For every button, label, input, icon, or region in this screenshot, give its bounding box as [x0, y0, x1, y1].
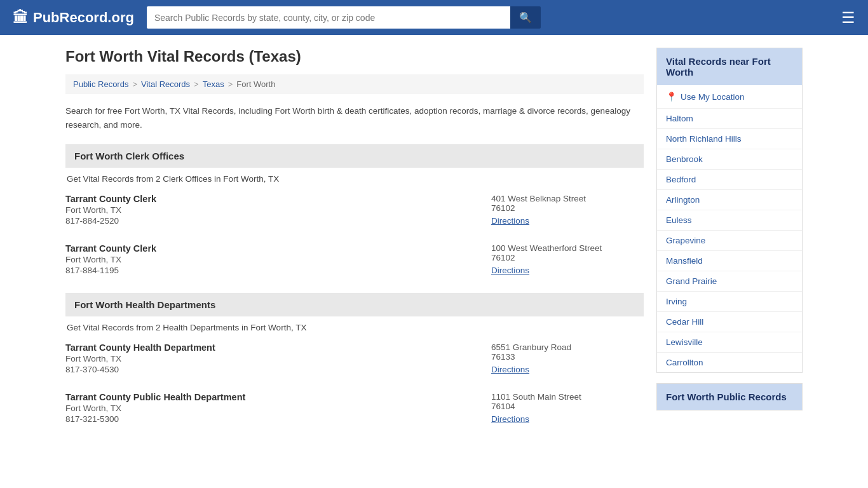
health-1-zip: 76133: [491, 352, 644, 362]
breadcrumb-sep-1: >: [132, 79, 137, 89]
nearby-title: Vital Records near Fort Worth: [657, 48, 802, 85]
nearby-city-bedford[interactable]: Bedford: [657, 170, 802, 189]
health-entry-2-right: 1101 South Main Street 76104 Directions: [491, 392, 644, 424]
menu-icon[interactable]: ☰: [841, 9, 855, 27]
clerk-2-phone: 817-884-1195: [65, 266, 156, 275]
site-logo[interactable]: 🏛 PubRecord.org: [13, 9, 134, 27]
logo-text: PubRecord.org: [33, 10, 134, 26]
clerk-1-name: Tarrant County Clerk: [65, 194, 156, 204]
clerk-2-directions[interactable]: Directions: [491, 266, 529, 275]
health-2-address: 1101 South Main Street: [491, 392, 644, 402]
list-item: Grapevine: [657, 231, 802, 251]
health-1-address: 6551 Granbury Road: [491, 342, 644, 352]
list-item: Carrollton: [657, 353, 802, 372]
health-entry-2: Tarrant County Public Health Department …: [65, 392, 644, 426]
use-location[interactable]: 📍 Use My Location: [657, 85, 802, 109]
nearby-city-euless[interactable]: Euless: [657, 210, 802, 230]
nearby-city-arlington[interactable]: Arlington: [657, 190, 802, 210]
clerk-entry-1-left: Tarrant County Clerk Fort Worth, TX 817-…: [65, 194, 156, 226]
sidebar: Vital Records near Fort Worth 📍 Use My L…: [656, 48, 803, 442]
logo-icon: 🏛: [13, 9, 28, 27]
health-entry-2-left: Tarrant County Public Health Department …: [65, 392, 245, 424]
nearby-cities-list: Haltom North Richland Hills Benbrook Bed…: [657, 109, 802, 372]
clerk-1-city: Fort Worth, TX: [65, 205, 156, 215]
nearby-city-grapevine[interactable]: Grapevine: [657, 231, 802, 250]
nearby-box: Vital Records near Fort Worth 📍 Use My L…: [656, 48, 803, 373]
list-item: Mansfield: [657, 251, 802, 271]
breadcrumb: Public Records > Vital Records > Texas >…: [65, 74, 644, 94]
health-2-zip: 76104: [491, 402, 644, 411]
health-2-city: Fort Worth, TX: [65, 403, 245, 413]
health-1-phone: 817-370-4530: [65, 365, 215, 374]
clerk-entry-1-right: 401 West Belknap Street 76102 Directions: [491, 194, 644, 226]
nearby-city-cedar-hill[interactable]: Cedar Hill: [657, 312, 802, 332]
health-section-desc: Get Vital Records from 2 Health Departme…: [65, 323, 644, 332]
use-location-label: Use My Location: [681, 92, 745, 102]
list-item: Grand Prairie: [657, 271, 802, 292]
search-bar: 🔍: [147, 6, 541, 29]
nearby-city-carrollton[interactable]: Carrollton: [657, 353, 802, 372]
health-1-city: Fort Worth, TX: [65, 354, 215, 363]
clerk-section-desc: Get Vital Records from 2 Clerk Offices i…: [65, 174, 644, 184]
search-input[interactable]: [147, 6, 510, 29]
breadcrumb-vital-records[interactable]: Vital Records: [141, 79, 190, 89]
list-item: Arlington: [657, 190, 802, 210]
public-records-box: Fort Worth Public Records: [656, 383, 803, 410]
list-item: Euless: [657, 210, 802, 231]
clerk-entry-1: Tarrant County Clerk Fort Worth, TX 817-…: [65, 194, 644, 228]
list-item: North Richland Hills: [657, 129, 802, 149]
health-entry-1-left: Tarrant County Health Department Fort Wo…: [65, 342, 215, 374]
clerk-2-address: 100 West Weatherford Street: [491, 243, 644, 253]
clerk-entry-2-left: Tarrant County Clerk Fort Worth, TX 817-…: [65, 243, 156, 275]
site-header: 🏛 PubRecord.org 🔍 ☰: [0, 0, 868, 35]
page-description: Search for free Fort Worth, TX Vital Rec…: [65, 104, 644, 132]
nearby-city-benbrook[interactable]: Benbrook: [657, 149, 802, 169]
breadcrumb-public-records[interactable]: Public Records: [73, 79, 128, 89]
search-button[interactable]: 🔍: [510, 6, 541, 29]
health-entry-1-right: 6551 Granbury Road 76133 Directions: [491, 342, 644, 374]
list-item: Cedar Hill: [657, 312, 802, 332]
main-content: Fort Worth Vital Records (Texas) Public …: [65, 48, 644, 442]
health-2-name: Tarrant County Public Health Department: [65, 392, 245, 402]
list-item: Lewisville: [657, 332, 802, 353]
clerk-1-directions[interactable]: Directions: [491, 216, 529, 226]
nearby-city-lewisville[interactable]: Lewisville: [657, 332, 802, 352]
list-item: Haltom: [657, 109, 802, 129]
breadcrumb-sep-3: >: [228, 79, 233, 89]
breadcrumb-sep-2: >: [194, 79, 199, 89]
health-section-header: Fort Worth Health Departments: [65, 293, 644, 316]
clerk-2-name: Tarrant County Clerk: [65, 243, 156, 254]
health-2-phone: 817-321-5300: [65, 414, 245, 424]
page-title: Fort Worth Vital Records (Texas): [65, 48, 644, 65]
health-2-directions[interactable]: Directions: [491, 414, 529, 424]
breadcrumb-texas[interactable]: Texas: [203, 79, 224, 89]
clerk-1-zip: 76102: [491, 203, 644, 213]
breadcrumb-fort-worth: Fort Worth: [236, 79, 275, 89]
nearby-city-grand-prairie[interactable]: Grand Prairie: [657, 271, 802, 291]
main-container: Fort Worth Vital Records (Texas) Public …: [53, 35, 815, 454]
clerk-section-header: Fort Worth Clerk Offices: [65, 144, 644, 168]
clerk-1-address: 401 West Belknap Street: [491, 194, 644, 203]
location-pin-icon: 📍: [666, 92, 677, 102]
clerk-2-city: Fort Worth, TX: [65, 255, 156, 264]
list-item: Bedford: [657, 170, 802, 190]
clerk-1-phone: 817-884-2520: [65, 216, 156, 226]
nearby-city-haltom[interactable]: Haltom: [657, 109, 802, 128]
clerk-entry-2: Tarrant County Clerk Fort Worth, TX 817-…: [65, 243, 644, 278]
nearby-city-irving[interactable]: Irving: [657, 292, 802, 311]
health-1-directions[interactable]: Directions: [491, 365, 529, 374]
list-item: Irving: [657, 292, 802, 312]
nearby-city-north-richland-hills[interactable]: North Richland Hills: [657, 129, 802, 149]
clerk-2-zip: 76102: [491, 253, 644, 262]
public-records-title: Fort Worth Public Records: [657, 384, 802, 410]
health-1-name: Tarrant County Health Department: [65, 342, 215, 353]
clerk-entry-2-right: 100 West Weatherford Street 76102 Direct…: [491, 243, 644, 275]
list-item: Benbrook: [657, 149, 802, 170]
health-entry-1: Tarrant County Health Department Fort Wo…: [65, 342, 644, 377]
nearby-city-mansfield[interactable]: Mansfield: [657, 251, 802, 271]
